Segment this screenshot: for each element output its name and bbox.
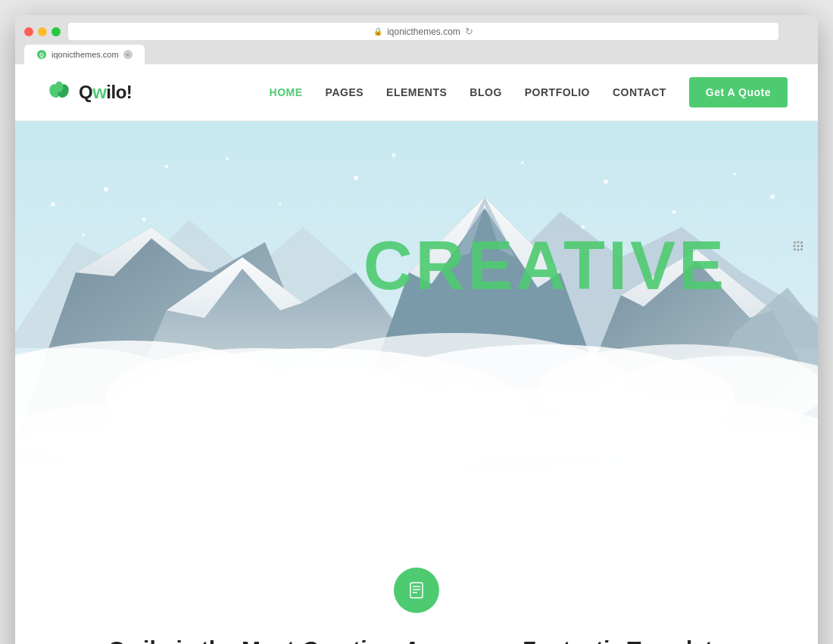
browser-tab[interactable]: Q iqonicthemes.com × xyxy=(24,45,145,64)
logo-text: Qwilo! xyxy=(79,82,132,103)
svg-point-41 xyxy=(521,161,524,164)
nav-link-portfolio[interactable]: PORTFOLIO xyxy=(525,86,590,98)
nav-item-portfolio[interactable]: PORTFOLIO xyxy=(525,86,590,99)
address-bar[interactable]: 🔒 iqonicthemes.com ↻ xyxy=(68,23,778,40)
about-icon xyxy=(394,568,439,613)
svg-rect-29 xyxy=(15,469,818,522)
url-text: iqonicthemes.com xyxy=(387,26,460,37)
svg-point-37 xyxy=(604,179,608,184)
traffic-light-minimize[interactable] xyxy=(38,27,47,36)
svg-point-40 xyxy=(770,194,775,199)
hero-title: CREATIVE xyxy=(363,227,727,305)
svg-point-44 xyxy=(392,154,396,157)
traffic-lights xyxy=(24,27,61,36)
svg-point-30 xyxy=(104,187,108,191)
nav-link-blog[interactable]: BLOG xyxy=(470,86,501,98)
about-title: Qwilo is the Most Creative, Awesome, Fan… xyxy=(45,634,788,644)
svg-point-46 xyxy=(794,245,796,247)
svg-point-36 xyxy=(82,233,85,236)
nav-link-pages[interactable]: PAGES xyxy=(326,86,363,98)
nav-link-home[interactable]: HOME xyxy=(270,86,303,98)
nav-item-home[interactable]: HOME xyxy=(270,86,303,99)
about-title-part1: Qwilo is the Most xyxy=(108,636,301,644)
browser-tab-bar: Q iqonicthemes.com × xyxy=(24,45,809,64)
settings-icon xyxy=(791,238,806,254)
svg-point-52 xyxy=(800,241,803,244)
svg-point-43 xyxy=(51,202,55,207)
tab-close-button[interactable]: × xyxy=(123,50,133,59)
svg-point-45 xyxy=(797,245,800,247)
navbar: Qwilo! HOME PAGES ELEMENTS BLOG PORTFOLI… xyxy=(15,64,818,121)
nav-cta-button[interactable]: Get A Quote xyxy=(689,77,788,107)
traffic-light-close[interactable] xyxy=(24,27,33,36)
svg-point-38 xyxy=(672,210,676,214)
about-title-part2: Template xyxy=(621,636,725,644)
nav-menu: HOME PAGES ELEMENTS BLOG PORTFOLIO CONTA… xyxy=(270,86,788,99)
tab-title: iqonicthemes.com xyxy=(51,50,119,59)
svg-point-4 xyxy=(55,82,64,92)
logo-highlight: w xyxy=(92,82,106,102)
slideshow-controls[interactable] xyxy=(791,238,806,257)
traffic-light-fullscreen[interactable] xyxy=(51,27,61,36)
tab-favicon: Q xyxy=(36,49,47,60)
svg-rect-54 xyxy=(410,583,423,598)
nav-item-pages[interactable]: PAGES xyxy=(326,86,363,99)
about-section: Qwilo is the Most Creative, Awesome, Fan… xyxy=(15,522,818,644)
logo[interactable]: Qwilo! xyxy=(45,79,132,106)
svg-point-39 xyxy=(733,173,736,176)
nav-link-elements[interactable]: ELEMENTS xyxy=(386,86,447,98)
svg-text:Q: Q xyxy=(39,52,44,58)
nav-item-elements[interactable]: ELEMENTS xyxy=(386,86,447,99)
browser-window: 🔒 iqonicthemes.com ↻ Q iqonicthemes.com … xyxy=(15,15,818,644)
refresh-icon[interactable]: ↻ xyxy=(465,26,473,37)
svg-point-51 xyxy=(800,248,803,250)
nav-link-contact[interactable]: CONTACT xyxy=(613,86,666,98)
svg-point-35 xyxy=(142,218,146,222)
browser-chrome: 🔒 iqonicthemes.com ↻ Q iqonicthemes.com … xyxy=(15,15,818,64)
document-icon xyxy=(406,580,427,601)
svg-point-49 xyxy=(797,249,800,251)
nav-item-contact[interactable]: CONTACT xyxy=(613,86,666,99)
lock-icon: 🔒 xyxy=(373,27,382,36)
svg-point-34 xyxy=(226,157,229,160)
svg-point-47 xyxy=(801,245,803,247)
hero-section: CREATIVE xyxy=(15,121,818,522)
svg-point-48 xyxy=(797,241,800,244)
svg-point-32 xyxy=(279,203,282,206)
logo-icon xyxy=(45,79,73,106)
website-content: Qwilo! HOME PAGES ELEMENTS BLOG PORTFOLI… xyxy=(15,64,818,644)
svg-point-33 xyxy=(354,176,358,180)
nav-item-blog[interactable]: BLOG xyxy=(470,86,501,99)
nav-item-cta[interactable]: Get A Quote xyxy=(689,86,788,99)
svg-point-31 xyxy=(165,165,169,169)
svg-point-53 xyxy=(794,248,796,250)
svg-point-50 xyxy=(794,241,796,244)
about-icon-wrap xyxy=(45,568,788,613)
mountain-scene xyxy=(15,121,818,522)
about-title-italic: Creative, Awesome, Fantastic xyxy=(301,636,620,644)
